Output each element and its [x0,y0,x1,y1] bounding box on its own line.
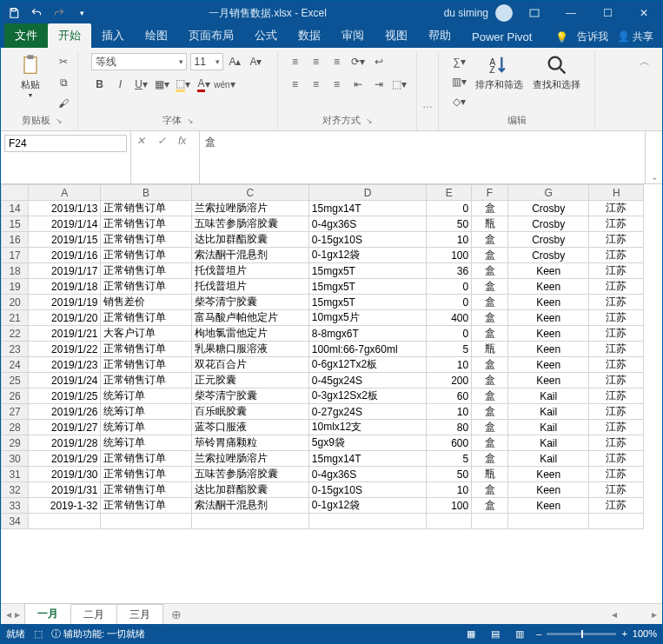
clipboard-launcher-icon[interactable]: ↘ [56,116,63,125]
row-header[interactable]: 25 [2,373,29,388]
row-header[interactable]: 33 [2,498,29,514]
view-page-break-icon[interactable]: ▥ [512,627,527,641]
cell[interactable]: Kail [507,388,589,404]
cell[interactable]: 2019/1/20 [29,310,101,326]
cell[interactable]: Keen [507,263,589,279]
cell[interactable]: 盒 [472,310,508,326]
hscroll-left-icon[interactable]: ◂ [612,608,617,621]
cell[interactable]: 2019/1/25 [29,388,101,404]
expand-formula-bar-icon[interactable]: ⌄ [645,131,662,183]
cell[interactable]: 正常销售订单 [101,451,191,467]
cell[interactable]: 江苏 [589,201,644,216]
tab-home[interactable]: 开始 [48,23,91,48]
cell[interactable]: 100ml:66-7gx60ml [308,342,426,357]
cell[interactable]: 正常销售订单 [101,342,191,357]
cell[interactable]: 柴芩清宁胶囊 [191,295,308,310]
cell[interactable]: 盒 [472,326,508,342]
cell[interactable]: Kail [507,435,589,451]
cell[interactable]: 0-15gx10S [308,482,426,498]
cell[interactable]: 托伐普坦片 [191,263,308,279]
zoom-level[interactable]: 100% [633,628,657,639]
cell[interactable]: 5 [427,342,472,357]
cell[interactable]: Kail [507,420,589,435]
cell[interactable]: 江苏 [589,482,644,498]
cell[interactable]: 200 [427,373,472,388]
row-header[interactable]: 29 [2,435,29,451]
tell-me-icon[interactable]: 💡 [555,31,568,43]
formula-content[interactable]: 盒 [200,131,645,183]
cell[interactable]: 2019/1/23 [29,357,101,373]
cell[interactable]: Keen [507,342,589,357]
cell[interactable]: Keen [507,498,589,514]
row-header[interactable]: 30 [2,451,29,467]
row-header[interactable]: 17 [2,248,29,263]
cell[interactable]: 0-1gx12袋 [308,248,426,263]
cell[interactable]: 枸地氯雷他定片 [191,326,308,342]
row-header[interactable]: 20 [2,295,29,310]
cell[interactable]: Keen [507,279,589,295]
indent-increase-icon[interactable]: ⇥ [370,76,388,93]
minimize-icon[interactable]: — [556,3,586,23]
avatar[interactable] [495,4,513,22]
align-right-icon[interactable]: ≡ [328,76,346,93]
cell[interactable]: 2019/1/28 [29,435,101,451]
cell[interactable]: 江苏 [589,216,644,232]
close-icon[interactable]: ✕ [629,3,659,23]
cell[interactable]: 0 [427,326,472,342]
col-header-F[interactable]: F [472,185,508,201]
cell[interactable]: 正常销售订单 [101,373,191,388]
cell[interactable]: 2019/1/13 [29,201,101,216]
cell[interactable]: 60 [427,388,472,404]
col-header-C[interactable]: C [191,185,308,201]
cell[interactable]: 0-15gx10S [308,232,426,248]
paste-button[interactable]: 粘贴 ▾ [11,53,50,99]
cell[interactable]: 盒 [472,263,508,279]
cell[interactable]: 正常销售订单 [101,482,191,498]
cell[interactable]: 0 [427,295,472,310]
view-page-layout-icon[interactable]: ▤ [487,627,503,641]
fill-color-button[interactable]: ⬚▾ [175,76,192,93]
cell[interactable]: 江苏 [589,451,644,467]
cell[interactable]: 双花百合片 [191,357,308,373]
cell[interactable]: 盒 [472,388,508,404]
tab-review[interactable]: 审阅 [331,23,375,48]
cell[interactable]: 江苏 [589,357,644,373]
cell[interactable] [308,514,426,529]
cell[interactable]: 盒 [472,404,508,420]
sheet-tab-1[interactable]: 一月 [24,603,71,626]
cell[interactable]: 正常销售订单 [101,232,191,248]
cell[interactable]: 15mgx5T [308,295,426,310]
cell[interactable] [472,514,508,529]
cell[interactable]: 2019/1/19 [29,295,101,310]
cell[interactable]: 盒 [472,451,508,467]
cell[interactable]: Keen [507,326,589,342]
format-painter-icon[interactable]: 🖌 [55,95,72,112]
cell[interactable]: 蓝芩口服液 [191,420,308,435]
cell[interactable]: 2019/1/26 [29,404,101,420]
merge-button[interactable]: ⬚▾ [391,76,408,93]
cell[interactable]: 15mgx14T [308,451,426,467]
cell[interactable]: 10 [427,232,472,248]
underline-button[interactable]: U▾ [133,76,150,93]
cell[interactable]: 盒 [472,295,508,310]
cell[interactable]: 索法酮干混悬剂 [191,498,308,514]
cell[interactable]: 五味苦参肠溶胶囊 [191,467,308,482]
cell[interactable]: 2019/1/24 [29,373,101,388]
cell[interactable] [427,514,472,529]
row-header[interactable]: 28 [2,420,29,435]
cell[interactable]: 销售差价 [101,295,191,310]
zoom-slider[interactable] [547,633,616,635]
cell[interactable]: 0 [427,201,472,216]
worksheet-grid[interactable]: ABCDEFGH 142019/1/13正常销售订单兰索拉唑肠溶片15mgx14… [1,184,662,603]
col-header-B[interactable]: B [101,185,191,201]
cell[interactable]: 江苏 [589,420,644,435]
cell[interactable]: 盒 [472,357,508,373]
cell[interactable]: 江苏 [589,388,644,404]
cell[interactable]: 400 [427,310,472,326]
cell[interactable]: 0-4gx36S [308,216,426,232]
border-button[interactable]: ▦▾ [154,76,171,93]
cell[interactable]: 盒 [472,435,508,451]
cell[interactable]: 正元胶囊 [191,373,308,388]
cell[interactable]: 统筹订单 [101,388,191,404]
cell[interactable] [507,514,589,529]
